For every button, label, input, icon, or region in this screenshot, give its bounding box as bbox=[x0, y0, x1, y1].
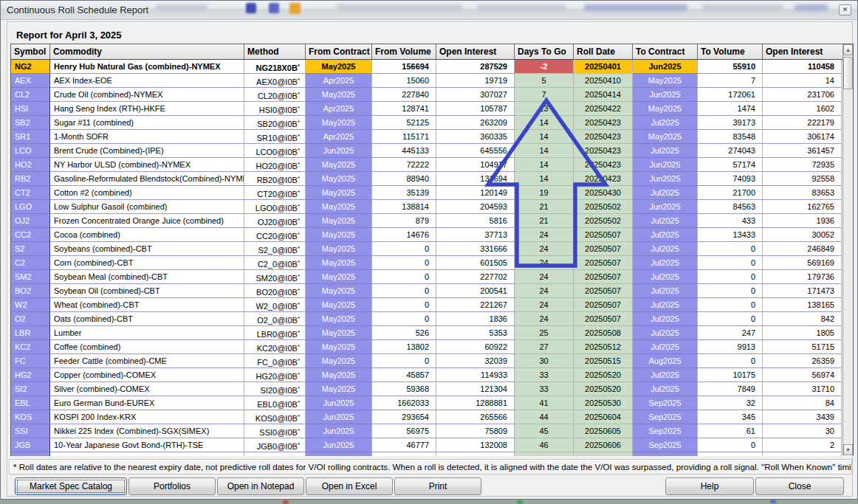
cell-to-contract: Aug2025 bbox=[633, 354, 698, 368]
open-in-excel-button[interactable]: Open in Excel bbox=[306, 477, 393, 495]
cell-open-interest: 5353 bbox=[436, 326, 515, 340]
market-spec-catalog-button[interactable]: Market Spec Catalog bbox=[15, 477, 127, 495]
table-row[interactable]: CC2Cocoa (combined)CC20@I0B*May202514676… bbox=[11, 228, 853, 242]
cell-method: KC20@I0B* bbox=[244, 340, 306, 354]
col-from-contract[interactable]: From Contract bbox=[306, 44, 372, 59]
desktop: Continuous Roll Schedule Report ✕ Report… bbox=[0, 0, 858, 504]
cell-symbol: W2 bbox=[11, 298, 50, 312]
cell-open-interest: 307027 bbox=[436, 88, 515, 102]
col-roll-date[interactable]: Roll Date bbox=[574, 44, 633, 59]
open-in-notepad-button[interactable]: Open in Notepad bbox=[217, 477, 304, 495]
table-row[interactable]: RB2Gasoline-Reformulated Blendstock(Comb… bbox=[11, 172, 853, 186]
table-row[interactable]: LCOBrent Crude (Combined)-(IPE)LCO0@I0B*… bbox=[11, 144, 853, 158]
table-row[interactable]: JGB10-Year Japanese Govt Bond-(RTH)-TSEJ… bbox=[11, 438, 853, 452]
table-row[interactable]: HO2NY Harbor ULSD (combined)-NYMEXHO20@I… bbox=[11, 158, 853, 172]
close-button[interactable]: Close bbox=[755, 477, 844, 495]
cell-from-contract: May2025 bbox=[306, 326, 372, 340]
table-body: NG2Henry Hub Natural Gas (combined)-NYME… bbox=[11, 60, 853, 456]
table-row[interactable]: SR11-Month SOFRSR10@I0B*Apr2025115171360… bbox=[11, 130, 853, 144]
cell-from-volume: 156694 bbox=[372, 60, 436, 74]
table-row[interactable]: S2Soybeans (combined)-CBTS2_0@I0B*May202… bbox=[11, 242, 853, 256]
cell-to-open-interest: 2 bbox=[763, 438, 842, 452]
cell-method: NG218X0B* bbox=[244, 60, 306, 74]
col-to-contract[interactable]: To Contract bbox=[633, 44, 698, 59]
cell-from-volume: 13802 bbox=[372, 340, 436, 354]
table-row[interactable]: KC2Coffee (combined)KC20@I0B*May20251380… bbox=[11, 340, 853, 354]
col-method[interactable]: Method bbox=[244, 44, 306, 59]
cell-from-contract: Jun2025 bbox=[306, 144, 372, 158]
cell-from-volume: 445133 bbox=[372, 144, 436, 158]
col-commodity[interactable]: Commodity bbox=[50, 44, 244, 59]
close-icon[interactable]: ✕ bbox=[839, 4, 851, 15]
table-row[interactable]: NG2Henry Hub Natural Gas (combined)-NYME… bbox=[11, 60, 853, 74]
cell-roll-date: 20250508 bbox=[574, 326, 633, 340]
portfolios-button[interactable]: Portfolios bbox=[128, 477, 216, 495]
col-to-volume[interactable]: To Volume bbox=[698, 44, 763, 59]
footnote-marker: * bbox=[298, 119, 300, 125]
scroll-up-icon[interactable]: ▲ bbox=[843, 44, 853, 55]
table-row[interactable]: SM2Soybean Meal (combined)-CBTSM20@I0B*M… bbox=[11, 270, 853, 284]
cell-to-volume: 274043 bbox=[698, 144, 763, 158]
footnote-marker: * bbox=[298, 91, 300, 97]
col-open-interest[interactable]: Open Interest bbox=[436, 44, 515, 59]
cell-to-open-interest: 3439 bbox=[763, 410, 842, 424]
cell-symbol: FC bbox=[11, 354, 50, 368]
col-symbol[interactable]: Symbol bbox=[11, 44, 50, 59]
table-row[interactable]: O2Oats (combined)-CBTO2_0@I0B*May2025018… bbox=[11, 312, 853, 326]
table-row[interactable]: FCFeeder Cattle (combined)-CMEFC_0@I0B*M… bbox=[11, 354, 853, 368]
print-button[interactable]: Print bbox=[394, 477, 481, 495]
table-row[interactable]: HG2Copper (combined)-COMEXHG20@I0B*May20… bbox=[11, 368, 853, 382]
col-from-volume[interactable]: From Volume bbox=[372, 44, 436, 59]
table-row[interactable]: SI2Silver (combined)-COMEXSI20@I0B*May20… bbox=[11, 382, 853, 396]
table-row[interactable]: LGOLow Sulphur Gasoil (combined)LGO0@I0B… bbox=[11, 200, 853, 214]
cell-symbol: LH bbox=[11, 452, 50, 456]
cell-roll-date: 20250502 bbox=[574, 214, 633, 228]
cell-symbol: CL2 bbox=[11, 88, 50, 102]
cell-to-volume: 7 bbox=[698, 74, 763, 88]
cell-roll-date: 20250507 bbox=[574, 256, 633, 270]
cell-to-volume: 74093 bbox=[698, 172, 763, 186]
cell-symbol: HG2 bbox=[11, 368, 50, 382]
table-row[interactable]: HSIHang Seng Index (RTH)-HKFEHSI0@I0B*Ap… bbox=[11, 102, 853, 116]
cell-commodity: Henry Hub Natural Gas (combined)-NYMEX bbox=[50, 60, 244, 74]
cell-from-volume: 0 bbox=[372, 354, 436, 368]
background-blur bbox=[794, 4, 828, 11]
cell-symbol: OJ2 bbox=[11, 214, 50, 228]
footnote-marker: * bbox=[298, 399, 300, 406]
cell-open-interest: 645556 bbox=[436, 144, 515, 158]
table-row[interactable]: SSINikkei 225 Index (Combined)-SGX(SIMEX… bbox=[11, 424, 853, 438]
table-row[interactable]: OJ2Frozen Concentrated Orange Juice (com… bbox=[11, 214, 853, 228]
cell-days-to-go: 24 bbox=[515, 270, 574, 284]
cell-days-to-go: 19 bbox=[515, 186, 574, 200]
scroll-down-icon[interactable]: ▼ bbox=[843, 444, 853, 455]
table-row[interactable]: LBRLumberLBR0@I0B*May2025526535325202505… bbox=[11, 326, 853, 340]
footnote-marker: * bbox=[298, 385, 300, 392]
cell-to-contract: Jul2025 bbox=[633, 186, 698, 200]
table-row[interactable]: AEXAEX Index-EOEAEX0@I0B*Apr202515060197… bbox=[11, 74, 853, 88]
cell-symbol: LBR bbox=[11, 326, 50, 340]
table-row[interactable]: SB2Sugar #11 (combined)SB20@I0B*May20255… bbox=[11, 116, 853, 130]
help-button[interactable]: Help bbox=[665, 477, 754, 495]
footnote-marker: * bbox=[298, 329, 300, 336]
cell-to-volume: 9913 bbox=[698, 340, 763, 354]
cell-commodity: Feeder Cattle (combined)-CME bbox=[50, 354, 244, 368]
scrollbar-thumb[interactable] bbox=[843, 57, 853, 89]
table-row[interactable]: KOSKOSPI 200 Index-KRXKOS0@I0B*Jun202529… bbox=[11, 410, 853, 424]
table-row[interactable]: LHLean Hogs (combined)-CMELH_0@I0B*Jun20… bbox=[11, 452, 853, 456]
col-days-to-go[interactable]: Days To Go bbox=[515, 44, 574, 59]
cell-days-to-go: 24 bbox=[515, 256, 574, 270]
table-row[interactable]: W2Wheat (combined)-CBTW2_0@I0B*May202502… bbox=[11, 298, 853, 312]
cell-from-contract: May2025 bbox=[306, 298, 372, 312]
table-row[interactable]: C2Corn (combined)-CBTC2_0@I0B*May2025060… bbox=[11, 256, 853, 270]
table-row[interactable]: BO2Soybean Oil (combined)-CBTBO20@I0B*Ma… bbox=[11, 284, 853, 298]
col-to-open-interest[interactable]: Open Interest bbox=[763, 44, 842, 59]
cell-from-volume: 59368 bbox=[372, 382, 436, 396]
window-titlebar[interactable]: Continuous Roll Schedule Report ✕ bbox=[1, 1, 857, 20]
table-row[interactable]: EBLEuro German Bund-EUREXEBL0@I0B*Jun202… bbox=[11, 396, 853, 410]
cell-days-to-go: 14 bbox=[515, 172, 574, 186]
table-row[interactable]: CL2Crude Oil (combined)-NYMEXCL20@I0B*Ma… bbox=[11, 88, 853, 102]
vertical-scrollbar[interactable]: ▲ ▼ bbox=[842, 44, 853, 455]
cell-open-interest: 360335 bbox=[436, 130, 515, 144]
cell-to-contract: Jul2025 bbox=[633, 368, 698, 382]
table-row[interactable]: CT2Cotton #2 (combined)CT20@I0B*May20253… bbox=[11, 186, 853, 200]
